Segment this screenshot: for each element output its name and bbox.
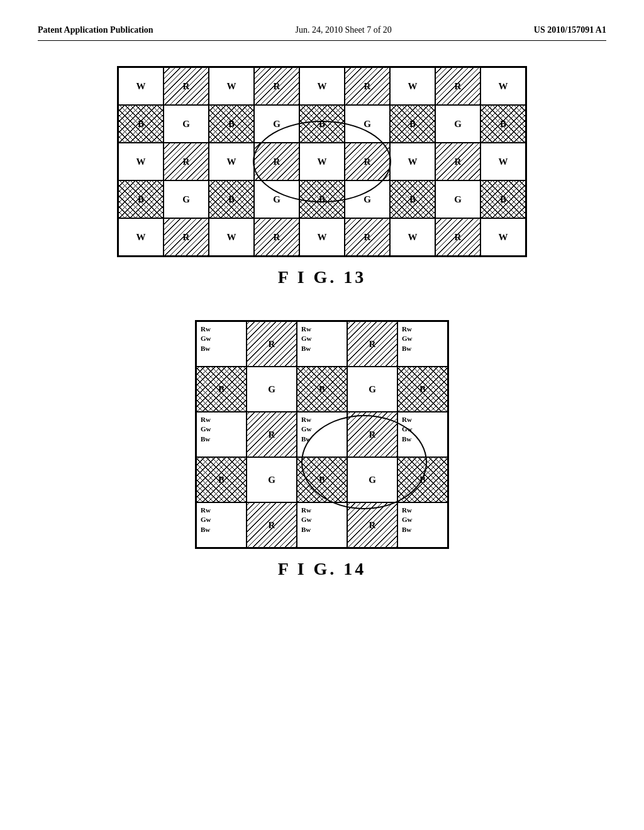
cell-label-w: W <box>227 157 236 167</box>
cell-label-b: B <box>409 119 416 130</box>
table-row: W <box>480 67 526 105</box>
cell-label-w: W <box>136 157 146 167</box>
table-row: RwGwBw <box>397 412 448 457</box>
cell-label-g: G <box>364 194 371 205</box>
cell-label-b: B <box>419 384 426 395</box>
cell-label-r: R <box>269 339 275 350</box>
table-row: B <box>480 105 526 143</box>
cell-label-r: R <box>364 232 371 243</box>
cell-label-r: R <box>364 81 371 92</box>
cell-label-w: W <box>499 232 508 243</box>
cell-label-w: W <box>136 81 146 92</box>
cell-label-w: W <box>318 232 327 243</box>
table-row: G <box>347 457 397 502</box>
cell-label-r: R <box>274 157 280 167</box>
cell-label-r: R <box>269 520 275 531</box>
table-row: R <box>254 67 299 105</box>
fig14-label: F I G. 14 <box>278 559 367 579</box>
cell-label-wrgbw: RwGwBw <box>301 506 312 534</box>
table-row: W <box>299 67 345 105</box>
table-row: W <box>118 143 164 180</box>
table-row: G <box>345 180 390 218</box>
table-row: B <box>118 180 164 218</box>
header-publication-label: Patent Application Publication <box>38 25 153 35</box>
cell-label-wrgbw: RwGwBw <box>402 324 413 353</box>
cell-label-g: G <box>369 384 376 395</box>
cell-label-b: B <box>319 384 325 395</box>
table-row: B <box>297 457 347 502</box>
cell-label-r: R <box>369 339 376 350</box>
cell-label-r: R <box>274 232 280 243</box>
cell-label-g: G <box>364 119 371 130</box>
table-row: B <box>397 457 448 502</box>
figure-13-container: WRWRWRWRWBGBGBGBGBWRWRWRWRWBGBGBGBGBWRWR… <box>38 66 606 307</box>
cell-label-b: B <box>218 475 225 485</box>
cell-label-b: B <box>500 119 506 130</box>
cell-label-g: G <box>182 119 190 130</box>
table-row: R <box>164 143 209 180</box>
cell-label-g: G <box>273 119 280 130</box>
cell-label-wrgbw: RwGwBw <box>301 324 312 353</box>
table-row: B <box>196 367 247 412</box>
table-row: W <box>209 67 254 105</box>
fig13-grid: WRWRWRWRWBGBGBGBGBWRWRWRWRWBGBGBGBGBWRWR… <box>117 66 527 257</box>
table-row: R <box>345 143 390 180</box>
table-row: G <box>254 180 299 218</box>
cell-label-b: B <box>319 475 325 485</box>
table-row: W <box>299 143 345 180</box>
table-row: B <box>390 105 435 143</box>
page: Patent Application Publication Jun. 24, … <box>0 0 644 830</box>
cell-label-b: B <box>228 194 235 205</box>
header-date-sheet: Jun. 24, 2010 Sheet 7 of 20 <box>296 25 392 35</box>
table-row: B <box>209 180 254 218</box>
table-row: G <box>247 367 297 412</box>
cell-label-r: R <box>455 232 462 243</box>
cell-label-w: W <box>318 157 327 167</box>
table-row: W <box>390 67 435 105</box>
cell-label-wrgbw: RwGwBw <box>201 506 211 534</box>
cell-label-wrgbw: RwGwBw <box>402 506 413 534</box>
table-row: B <box>299 180 345 218</box>
fig13-label: F I G. 13 <box>278 267 367 287</box>
table-row: G <box>164 105 209 143</box>
table-row: B <box>297 367 347 412</box>
table-row: RwGwBw <box>196 412 247 457</box>
table-row: G <box>247 457 297 502</box>
table-row: W <box>390 218 435 256</box>
cell-label-w: W <box>499 157 508 167</box>
cell-label-g: G <box>268 475 275 485</box>
figure-14-container: RwGwBwRRwGwBwRRwGwBwBGBGBRwGwBwRRwGwBwRR… <box>38 320 606 599</box>
cell-label-g: G <box>273 194 280 205</box>
cell-label-r: R <box>274 81 280 92</box>
cell-label-wrgbw: RwGwBw <box>201 324 211 353</box>
cell-label-wrgbw: RwGwBw <box>402 415 413 444</box>
table-row: W <box>480 143 526 180</box>
table-row: R <box>435 67 480 105</box>
cell-label-g: G <box>454 194 462 205</box>
cell-label-g: G <box>369 475 376 485</box>
table-row: B <box>209 105 254 143</box>
table-row: G <box>347 367 397 412</box>
cell-label-g: G <box>182 194 190 205</box>
cell-label-r: R <box>455 157 462 167</box>
table-row: R <box>164 218 209 256</box>
table-row: R <box>345 67 390 105</box>
table-row: G <box>345 105 390 143</box>
table-row: W <box>209 143 254 180</box>
cell-label-w: W <box>318 81 327 92</box>
cell-label-b: B <box>228 119 235 130</box>
table-row: R <box>435 143 480 180</box>
cell-label-b: B <box>138 119 144 130</box>
cell-label-w: W <box>227 81 236 92</box>
table-row: B <box>118 105 164 143</box>
table-row: W <box>390 143 435 180</box>
header-patent-number: US 2010/157091 A1 <box>534 25 606 35</box>
table-row: R <box>164 67 209 105</box>
table-row: W <box>299 218 345 256</box>
table-row: R <box>347 412 397 457</box>
cell-label-r: R <box>183 157 190 167</box>
table-row: RwGwBw <box>397 502 448 548</box>
table-row: RwGwBw <box>397 321 448 367</box>
table-row: R <box>247 321 297 367</box>
table-row: R <box>345 218 390 256</box>
